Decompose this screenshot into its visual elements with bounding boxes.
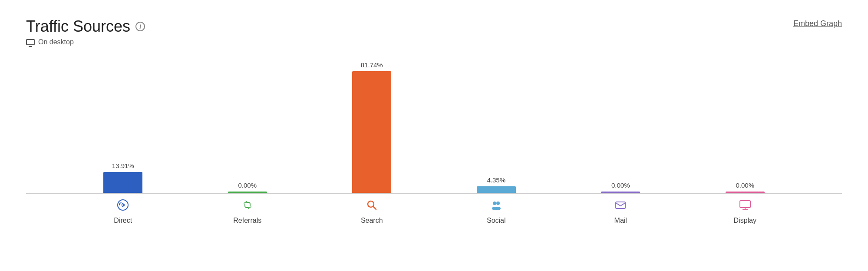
bar-display[interactable] xyxy=(726,192,765,193)
bar-social[interactable] xyxy=(477,186,516,193)
label-item-mail[interactable]: Mail xyxy=(586,199,655,225)
label-item-direct[interactable]: Direct xyxy=(88,199,158,225)
svg-rect-7 xyxy=(616,202,625,208)
referrals-icon xyxy=(241,199,254,214)
page-title: Traffic Sources i xyxy=(26,17,145,36)
label-text-display: Display xyxy=(734,217,756,225)
title-area: Traffic Sources i On desktop xyxy=(26,17,145,46)
label-text-direct: Direct xyxy=(114,217,132,225)
bar-percentage-direct: 13.91% xyxy=(112,162,134,169)
search-icon xyxy=(366,199,378,214)
bar-group-referrals: 0.00% xyxy=(213,182,282,193)
header: Traffic Sources i On desktop Embed Graph xyxy=(26,17,842,46)
label-text-referrals: Referrals xyxy=(233,217,261,225)
bar-group-search: 81.74% xyxy=(337,61,406,193)
bar-percentage-social: 4.35% xyxy=(487,176,505,184)
label-text-mail: Mail xyxy=(614,217,627,225)
bar-group-mail: 0.00% xyxy=(586,182,655,193)
page: Traffic Sources i On desktop Embed Graph… xyxy=(0,0,868,271)
subtitle-text: On desktop xyxy=(38,38,74,46)
labels-row: Direct Referrals Search Social Mail Disp… xyxy=(26,199,842,225)
bar-group-social: 4.35% xyxy=(462,176,531,193)
svg-point-6 xyxy=(495,207,501,210)
bar-group-display: 0.00% xyxy=(710,182,780,193)
label-item-search[interactable]: Search xyxy=(337,199,406,225)
label-text-search: Search xyxy=(361,217,383,225)
svg-rect-8 xyxy=(740,201,750,208)
display-icon xyxy=(739,199,751,214)
desktop-icon xyxy=(26,39,35,45)
label-item-referrals[interactable]: Referrals xyxy=(213,199,282,225)
bar-percentage-referrals: 0.00% xyxy=(238,182,257,189)
bar-search[interactable] xyxy=(352,71,391,193)
svg-point-3 xyxy=(493,202,496,205)
bar-direct[interactable] xyxy=(103,172,142,193)
bar-group-direct: 13.91% xyxy=(88,162,158,193)
label-text-social: Social xyxy=(487,217,506,225)
direct-icon xyxy=(117,199,129,214)
bar-referrals[interactable] xyxy=(228,192,267,193)
bar-percentage-mail: 0.00% xyxy=(611,182,630,189)
bar-percentage-search: 81.74% xyxy=(361,61,383,69)
subtitle: On desktop xyxy=(26,38,145,46)
bar-mail[interactable] xyxy=(601,192,640,193)
embed-graph-button[interactable]: Embed Graph xyxy=(793,17,842,30)
mail-icon xyxy=(614,199,627,214)
info-icon[interactable]: i xyxy=(135,22,145,31)
chart-area: 13.91%0.00%81.74%4.35%0.00%0.00% Direct … xyxy=(26,59,842,220)
label-item-display[interactable]: Display xyxy=(710,199,780,225)
svg-line-2 xyxy=(373,206,376,209)
svg-point-4 xyxy=(496,202,500,205)
label-item-social[interactable]: Social xyxy=(462,199,531,225)
bars-container: 13.91%0.00%81.74%4.35%0.00%0.00% xyxy=(26,59,842,194)
bar-percentage-display: 0.00% xyxy=(736,182,754,189)
title-text: Traffic Sources xyxy=(26,17,130,36)
social-icon xyxy=(490,199,502,214)
